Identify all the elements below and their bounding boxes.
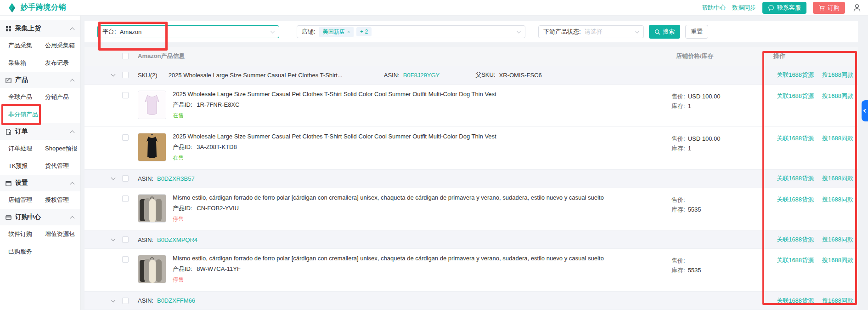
row-checkbox[interactable] xyxy=(122,134,129,141)
row-checkbox[interactable] xyxy=(122,195,129,202)
sidebar-item-shop-management[interactable]: 店铺管理 xyxy=(8,191,45,209)
expand-chevron-icon[interactable] xyxy=(110,74,116,76)
row-checkbox[interactable] xyxy=(122,236,129,243)
sidebar-section-subscribe-center[interactable]: 订购中心 xyxy=(0,209,80,225)
data-sync-link[interactable]: 数据同步 xyxy=(732,4,756,12)
asin-link[interactable]: B0F8J29YGY xyxy=(403,72,440,79)
row-checkbox[interactable] xyxy=(122,72,129,78)
sidebar-item-freight-management[interactable]: 货代管理 xyxy=(45,157,80,175)
link-1688-same[interactable]: 搜1688同款 xyxy=(822,235,853,244)
subscribe-button[interactable]: 订购 xyxy=(813,2,845,14)
table-row: ASIN: B0DZXR3B57 关联1688货源 搜1688同款 xyxy=(85,170,858,188)
product-image-hanging-cardigans xyxy=(138,255,166,283)
collapse-chevron-icon[interactable] xyxy=(70,27,75,32)
link-1688-same[interactable]: 搜1688同款 xyxy=(822,134,853,143)
grid-icon xyxy=(6,26,11,32)
sidebar-item-value-added-pack[interactable]: 增值资源包 xyxy=(45,225,80,243)
sidebar-item-public-collect-box[interactable]: 公用采集箱 xyxy=(45,37,80,54)
link-1688-same[interactable]: 搜1688同款 xyxy=(822,71,853,79)
expand-chevron-icon[interactable] xyxy=(110,239,116,241)
parent-sku-value: XR-OMIS-FSC6 xyxy=(499,72,542,79)
sidebar-item-collect-box[interactable]: 采集箱 xyxy=(8,54,45,72)
downstream-status-select[interactable]: 下游产品状态: 请选择 xyxy=(538,25,644,38)
sidebar-item-global-products[interactable]: 全球产品 xyxy=(8,88,45,106)
row-checkbox[interactable] xyxy=(122,298,129,304)
col-price-stock: 店铺价格/库存 xyxy=(671,52,763,60)
sidebar-section-collect[interactable]: 采集上货 xyxy=(0,20,80,37)
sidebar-section-settings[interactable]: 设置 xyxy=(0,175,80,191)
sidebar-item-authorization-management[interactable]: 授权管理 xyxy=(45,191,80,209)
asin-label: ASIN: xyxy=(138,297,153,304)
contact-support-button[interactable]: 联系客服 xyxy=(762,2,806,14)
expand-panel-tab[interactable] xyxy=(862,100,868,121)
asin-link[interactable]: B0DZXR3B57 xyxy=(157,175,195,182)
link-1688-same[interactable]: 搜1688同款 xyxy=(822,92,853,100)
row-checkbox[interactable] xyxy=(122,175,129,182)
product-image-pink-pet-vest xyxy=(138,91,166,119)
link-1688-source[interactable]: 关联1688货源 xyxy=(777,195,814,204)
search-icon xyxy=(654,29,660,35)
link-1688-source[interactable]: 关联1688货源 xyxy=(777,71,814,79)
shop-more-tag[interactable]: + 2 xyxy=(356,27,372,36)
sidebar-item-shopee-forecast[interactable]: Shopee预报 xyxy=(45,140,80,157)
sidebar-item-software-subscribe[interactable]: 软件订购 xyxy=(8,225,45,243)
shop-select[interactable]: 店铺: 美国新店 × + 2 xyxy=(297,25,525,38)
chevron-down-icon xyxy=(517,29,521,34)
collapse-chevron-icon[interactable] xyxy=(70,79,75,83)
help-center-link[interactable]: 帮助中心 xyxy=(702,4,726,12)
link-1688-same[interactable]: 搜1688同款 xyxy=(822,297,853,305)
product-id-value: 3A-Z08T-KTD8 xyxy=(197,144,237,150)
table-row: 2025 Wholesale Large Size Summer Casual … xyxy=(85,127,858,170)
sidebar-item-non-distribution-products[interactable]: 非分销产品 xyxy=(8,106,45,123)
table-row: Mismo estilo, cárdigan forrado de forro … xyxy=(85,249,858,292)
sidebar-item-tk-forecast[interactable]: TK预报 xyxy=(8,157,45,175)
sidebar-item-publish-record[interactable]: 发布记录 xyxy=(45,54,80,72)
link-1688-source[interactable]: 关联1688货源 xyxy=(777,134,814,143)
user-avatar-icon[interactable] xyxy=(852,3,862,12)
status-badge: 在售 xyxy=(173,112,496,120)
link-1688-source[interactable]: 关联1688货源 xyxy=(777,235,814,244)
row-checkbox[interactable] xyxy=(122,256,129,263)
link-1688-same[interactable]: 搜1688同款 xyxy=(822,195,853,204)
product-id-value: 8W-W7CA-11YF xyxy=(197,265,241,272)
search-button[interactable]: 搜索 xyxy=(649,25,680,39)
asin-link[interactable]: B0DZXFFM66 xyxy=(157,297,195,304)
collapse-chevron-icon[interactable] xyxy=(70,130,75,135)
table-row: 2025 Wholesale Large Size Summer Casual … xyxy=(85,85,858,127)
tag-close-icon[interactable]: × xyxy=(347,29,350,34)
expand-chevron-icon[interactable] xyxy=(110,178,116,179)
group-title: 2025 Wholesale Large Size Summer Casual … xyxy=(169,72,343,79)
order-doc-icon xyxy=(6,129,11,135)
row-checkbox[interactable] xyxy=(122,92,129,98)
expand-chevron-icon[interactable] xyxy=(110,300,116,302)
platform-select[interactable]: 平台: Amazon xyxy=(97,25,279,38)
link-1688-source[interactable]: 关联1688货源 xyxy=(777,174,814,183)
link-1688-same[interactable]: 搜1688同款 xyxy=(822,256,853,264)
sidebar-item-purchased-services[interactable]: 已购服务 xyxy=(8,243,45,260)
sidebar-item-order-processing[interactable]: 订单处理 xyxy=(8,140,45,157)
link-1688-source[interactable]: 关联1688货源 xyxy=(777,297,814,305)
sidebar-item-distribution-products[interactable]: 分销产品 xyxy=(45,88,80,106)
collapse-chevron-icon[interactable] xyxy=(70,182,75,186)
product-id-label: 产品ID: xyxy=(173,101,192,108)
collapse-chevron-icon[interactable] xyxy=(70,216,75,220)
stock-value: 5535 xyxy=(688,206,701,213)
reset-button[interactable]: 重置 xyxy=(685,25,708,39)
table-row: SKU(2) 2025 Wholesale Large Size Summer … xyxy=(85,66,858,85)
table-header: Amazon产品信息 店铺价格/库存 操作 xyxy=(85,47,858,66)
link-1688-same[interactable]: 搜1688同款 xyxy=(822,174,853,183)
sku-count: SKU(2) xyxy=(138,72,158,79)
link-1688-source[interactable]: 关联1688货源 xyxy=(777,92,814,100)
filter-bar: 平台: Amazon 店铺: 美国新店 × + 2 下游产品状态: 请选择 xyxy=(85,21,858,42)
link-1688-source[interactable]: 关联1688货源 xyxy=(777,256,814,264)
sidebar-section-orders[interactable]: 订单 xyxy=(0,123,80,140)
sidebar-section-product[interactable]: 产品 xyxy=(0,72,80,88)
select-all-checkbox[interactable] xyxy=(122,53,129,59)
product-image-hanging-cardigans xyxy=(138,194,166,223)
chevron-down-icon xyxy=(271,29,275,34)
platform-value: Amazon xyxy=(120,29,142,35)
col-actions: 操作 xyxy=(763,52,858,60)
asin-link[interactable]: B0DZXMPQR4 xyxy=(157,236,197,243)
status-badge: 在售 xyxy=(173,154,496,162)
sidebar-item-product-collect[interactable]: 产品采集 xyxy=(8,37,45,54)
